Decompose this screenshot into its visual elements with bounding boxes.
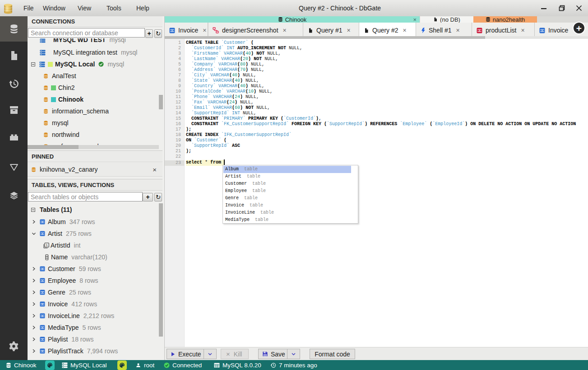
svg-text:1: 1 [46, 243, 48, 247]
